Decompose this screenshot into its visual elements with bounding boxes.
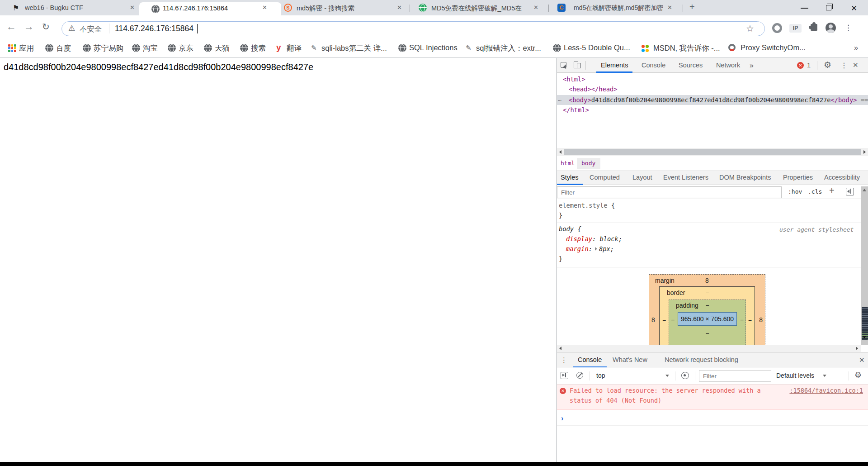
error-source-link[interactable]: :15864/favicon.ico:1	[789, 387, 863, 394]
tab-sogou[interactable]: S md5解密 - 搜狗搜索 ✕	[281, 0, 410, 15]
console-sidebar-icon[interactable]	[561, 372, 568, 379]
address-bar[interactable]: ⚠ 不安全 114.67.246.176:15864 ☆	[61, 21, 765, 36]
hov-toggle[interactable]: :hov	[788, 188, 802, 195]
border-top-value[interactable]: −	[660, 289, 755, 296]
tab-web16[interactable]: ⚑ web16 - Bugku CTF ✕	[4, 0, 138, 15]
drawer-tab-whats-new[interactable]: What's New	[613, 356, 647, 363]
ip-extension-icon[interactable]: IP	[789, 24, 802, 33]
scroll-right-arrow[interactable]	[856, 347, 858, 350]
border-left-value[interactable]: −	[662, 317, 666, 324]
back-icon[interactable]: ←	[6, 21, 16, 33]
margin-top-value[interactable]: 8	[649, 277, 765, 284]
drawer-close-icon[interactable]: ✕	[859, 356, 865, 364]
tab-md5-free[interactable]: MD5免费在线解密破解_MD5在 ✕	[411, 0, 548, 15]
tab-active-ip[interactable]: 114.67.246.176:15864 ✕	[139, 2, 281, 15]
styles-hscrollbar[interactable]	[557, 345, 861, 352]
tab-close-icon[interactable]: ✕	[667, 4, 672, 11]
tab-properties[interactable]: Properties	[783, 174, 813, 181]
tab-close-icon[interactable]: ✕	[130, 4, 135, 11]
tab-close-icon[interactable]: ✕	[397, 4, 402, 11]
tab-layout[interactable]: Layout	[632, 174, 652, 181]
body-rule-selector[interactable]: body {	[559, 225, 581, 233]
apps-grid-icon[interactable]	[8, 44, 16, 52]
crumb-html[interactable]: html	[561, 160, 575, 166]
bookmark-proxy[interactable]: Proxy SwitchyOm...	[741, 43, 806, 52]
console-filter-input[interactable]: Filter	[699, 370, 771, 382]
padding-top-value[interactable]: −	[669, 302, 745, 309]
clear-console-icon[interactable]	[576, 372, 583, 379]
devtools-close-icon[interactable]: ✕	[853, 61, 859, 69]
context-dropdown-arrow[interactable]	[665, 375, 669, 377]
bookmark-less5[interactable]: Less-5 Double Qu...	[564, 43, 630, 52]
scroll-down-arrow[interactable]	[863, 336, 866, 338]
elements-hscrollbar[interactable]	[557, 148, 868, 156]
inspect-icon[interactable]	[561, 62, 566, 68]
padding-bottom-value[interactable]: −	[669, 330, 745, 337]
bookmark-sql-injections[interactable]: SQL Injections	[409, 43, 458, 52]
dom-head[interactable]: <head></head>	[569, 86, 618, 93]
drawer-menu-icon[interactable]: ⋮	[561, 356, 567, 364]
devtools-tab-sources[interactable]: Sources	[679, 62, 703, 69]
bookmark-star-icon[interactable]: ☆	[746, 23, 754, 34]
scroll-right-arrow[interactable]	[863, 150, 866, 154]
bookmark-translate[interactable]: 翻译	[287, 43, 302, 53]
tab-styles[interactable]: Styles	[561, 174, 579, 181]
devtools-tab-elements[interactable]: Elements	[601, 62, 628, 69]
security-label[interactable]: 不安全	[80, 24, 102, 34]
scroll-left-arrow[interactable]	[559, 150, 561, 154]
browser-menu-icon[interactable]: ⋮	[844, 23, 852, 33]
console-settings-icon[interactable]: ⚙	[854, 370, 862, 380]
boxmodel-margin[interactable]: margin 8 8 8 border − − − padding − − − …	[649, 274, 765, 345]
padding-left-value[interactable]: −	[671, 316, 675, 323]
bookmark-suning[interactable]: 苏宁易购	[94, 43, 123, 53]
dom-selected-row[interactable]: ⋯ <body>d41d8cd98f00b204e9800998ecf8427e…	[557, 95, 868, 105]
bookmark-apps[interactable]: 应用	[19, 43, 34, 53]
console-context-selector[interactable]: top	[596, 372, 605, 379]
minimize-button[interactable]	[796, 0, 814, 15]
margin-right-value[interactable]: 8	[759, 316, 763, 323]
margin-property[interactable]: margin:8px;	[566, 245, 614, 252]
dom-html-open[interactable]: <html>	[563, 76, 585, 83]
bookmark-msdn[interactable]: MSDN, 我告诉你 -...	[653, 43, 720, 53]
error-count[interactable]: 1	[807, 62, 811, 69]
bookmark-tmall[interactable]: 天猫	[215, 43, 230, 53]
new-tab-button[interactable]: +	[689, 2, 695, 12]
styles-vscrollbar[interactable]	[861, 186, 868, 345]
bookmarks-overflow-chevron[interactable]: »	[854, 43, 858, 52]
devtools-tab-console[interactable]: Console	[642, 62, 665, 69]
sidebar-toggle-icon[interactable]	[846, 188, 854, 195]
border-right-value[interactable]: −	[748, 317, 752, 324]
drawer-tab-network-blocking[interactable]: Network request blocking	[665, 356, 738, 363]
levels-dropdown-arrow[interactable]	[823, 375, 826, 377]
tab-chamd5[interactable]: C md5在线解密破解,md5解密加密 ✕	[550, 0, 683, 15]
tab-event-listeners[interactable]: Event Listeners	[663, 174, 708, 181]
extension-ring-icon[interactable]	[772, 23, 782, 33]
tab-computed[interactable]: Computed	[590, 174, 620, 181]
live-expression-eye-icon[interactable]	[681, 372, 689, 379]
bookmark-jd[interactable]: 京东	[179, 43, 193, 53]
forward-icon[interactable]: →	[24, 21, 34, 33]
error-badge-icon[interactable]: ✕	[797, 62, 804, 69]
extensions-puzzle-icon[interactable]	[811, 24, 817, 31]
tab-close-icon[interactable]: ✕	[262, 4, 267, 11]
element-style-rule[interactable]: element.style {	[559, 202, 615, 209]
bookmark-search[interactable]: 搜索	[251, 43, 266, 53]
scroll-thumb[interactable]	[564, 149, 861, 155]
log-levels-selector[interactable]: Default levels	[776, 372, 814, 379]
drawer-tab-console[interactable]: Console	[578, 356, 602, 363]
console-prompt-chevron[interactable]: ›	[561, 414, 563, 423]
tab-accessibility[interactable]: Accessibility	[824, 174, 860, 181]
close-window-button[interactable]: ✕	[845, 0, 863, 15]
boxmodel-padding[interactable]: padding − − − − 965.600 × 705.600	[669, 300, 746, 345]
maximize-button[interactable]	[821, 0, 839, 15]
reload-icon[interactable]: ↻	[42, 21, 50, 32]
bookmark-taobao[interactable]: 淘宝	[143, 43, 158, 53]
scroll-up-arrow[interactable]	[863, 189, 866, 191]
margin-left-value[interactable]: 8	[651, 316, 655, 323]
url-text[interactable]: 114.67.246.176:15864	[115, 24, 193, 33]
crumb-body-bg[interactable]: body	[577, 158, 600, 169]
tab-dom-breakpoints[interactable]: DOM Breakpoints	[719, 174, 771, 181]
bookmark-sql-error[interactable]: sql报错注入：extr...	[476, 43, 541, 53]
styles-filter-input[interactable]: Filter	[557, 186, 782, 198]
cls-toggle[interactable]: .cls	[808, 188, 822, 195]
